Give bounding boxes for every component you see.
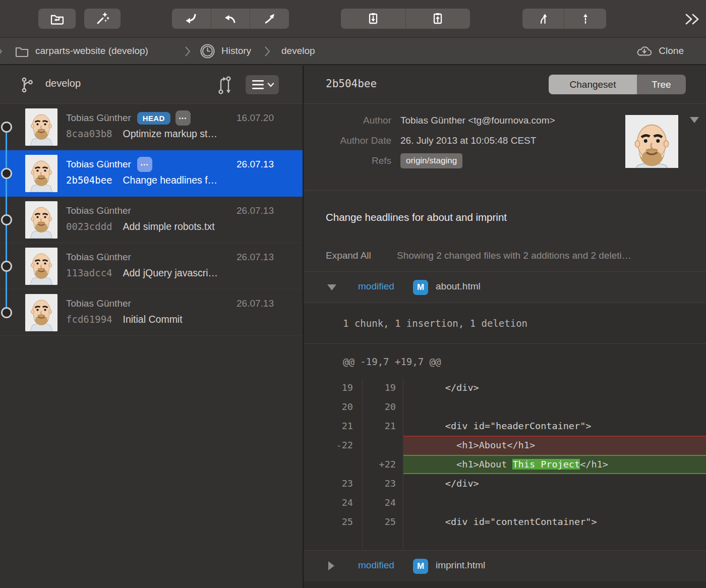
avatar bbox=[25, 108, 57, 146]
commit-author: Tobias Günther bbox=[66, 298, 131, 309]
stash-apply-button[interactable] bbox=[406, 9, 470, 29]
file-name: imprint.html bbox=[436, 560, 485, 571]
tower-git-window: carparts-website (develop) History devel… bbox=[0, 0, 706, 588]
history-sidebar: develop bbox=[0, 66, 303, 588]
refs-badge[interactable]: origin/staging bbox=[400, 153, 462, 168]
author-date-label: Author Date bbox=[304, 135, 391, 146]
view-toggle: Changeset Tree bbox=[549, 75, 686, 94]
old-line-number: 23 bbox=[304, 474, 363, 493]
commit-date: 26.07.13 bbox=[237, 205, 274, 216]
expand-triangle-icon[interactable] bbox=[328, 561, 334, 570]
commit-node-icon bbox=[1, 168, 12, 179]
commit-list: Tobias Günther HEAD… 16.07.20 8caa03b8 O… bbox=[0, 104, 303, 588]
old-line-number: 19 bbox=[304, 378, 363, 397]
diff-line[interactable] bbox=[304, 532, 706, 550]
merge-button[interactable] bbox=[522, 9, 564, 29]
cloud-download-icon bbox=[636, 45, 653, 57]
diff-line[interactable]: 21 21 <div id="headerContainer"> bbox=[304, 417, 706, 436]
diff-line[interactable]: 19 19 </div> bbox=[304, 378, 706, 397]
quick-actions-button[interactable] bbox=[84, 9, 121, 29]
commit-row[interactable]: Tobias Günther HEAD… 16.07.20 8caa03b8 O… bbox=[0, 104, 303, 150]
arrow-hook-down-left-icon bbox=[185, 13, 198, 25]
view-options-button[interactable] bbox=[246, 75, 279, 94]
commit-subject: Change headlines f… bbox=[123, 174, 218, 186]
clone-button[interactable]: Clone bbox=[636, 38, 684, 64]
breadcrumb-branch-label: develop bbox=[281, 45, 315, 56]
breadcrumb-repo[interactable]: carparts-website (develop) bbox=[15, 38, 148, 64]
avatar-dropdown-icon[interactable] bbox=[690, 117, 699, 123]
magic-wand-icon bbox=[95, 12, 109, 26]
toolbar-overflow-button[interactable] bbox=[682, 12, 702, 26]
code-text: <h1>About</h1> bbox=[403, 436, 706, 455]
stash-save-button[interactable] bbox=[341, 9, 406, 29]
avatar bbox=[25, 294, 57, 331]
commit-node-icon bbox=[1, 307, 12, 318]
breadcrumb-branch[interactable]: develop bbox=[281, 38, 315, 64]
redo-button[interactable] bbox=[250, 9, 289, 29]
list-options-icon bbox=[246, 75, 279, 94]
bottom-strip bbox=[304, 581, 706, 588]
code-text: <div id="contentContainer"> bbox=[403, 512, 706, 532]
rebase-dashed-arrow-icon bbox=[579, 12, 592, 25]
modified-badge: M bbox=[413, 280, 428, 295]
commit-row-line2: 113adcc4 Add jQuery javascri… bbox=[66, 267, 218, 279]
commit-hash: 2b504bee bbox=[326, 78, 377, 90]
commit-row-line2: 2b504bee Change headlines f… bbox=[66, 174, 217, 186]
file-row-about[interactable]: modified M about.html bbox=[304, 272, 706, 303]
author-row: Author Tobias Günther <tg@fournova.com> bbox=[304, 115, 555, 126]
commit-node-icon bbox=[1, 122, 12, 133]
folder-panel-icon bbox=[50, 13, 64, 25]
rebase-button[interactable] bbox=[564, 9, 606, 29]
code-text bbox=[403, 397, 706, 417]
file-row-imprint[interactable]: modified M imprint.html bbox=[304, 551, 706, 582]
stash-apply-icon bbox=[431, 12, 444, 25]
collapse-triangle-icon[interactable] bbox=[327, 284, 336, 290]
compare-icon[interactable] bbox=[215, 75, 234, 95]
new-line-number: 24 bbox=[363, 493, 403, 512]
chunk-stats-row: 1 chunk, 1 insertion, 1 deletion bbox=[304, 303, 706, 344]
commit-badges: HEAD… bbox=[137, 110, 191, 126]
commit-subject: Add simple robots.txt bbox=[123, 221, 215, 232]
file-status: modified bbox=[358, 560, 394, 571]
tab-tree[interactable]: Tree bbox=[637, 75, 686, 94]
commit-row[interactable]: Tobias Günther 26.07.13 fcd61994 Initial… bbox=[0, 289, 303, 336]
more-refs-badge[interactable]: … bbox=[175, 110, 191, 126]
commit-hash: 2b504bee bbox=[66, 174, 112, 186]
new-line-number: +22 bbox=[363, 455, 403, 474]
commit-hash: 8caa03b8 bbox=[66, 128, 112, 139]
open-repo-button[interactable] bbox=[38, 9, 76, 29]
undo-button[interactable] bbox=[211, 9, 251, 29]
commit-row[interactable]: Tobias Günther … 26.07.13 2b504bee Chang… bbox=[0, 150, 303, 197]
diff-line[interactable]: +22 <h1>About This Project</h1> bbox=[304, 455, 706, 474]
stash-group bbox=[341, 9, 470, 29]
commit-row[interactable]: Tobias Günther 26.07.13 0023cddd Add sim… bbox=[0, 197, 303, 243]
commit-author: Tobias Günther bbox=[66, 159, 131, 170]
detail-header: 2b504bee Changeset Tree bbox=[304, 66, 706, 104]
commit-node-icon bbox=[1, 261, 12, 272]
diff-table: 19 19 </div> 20 20 21 21 <div id="header… bbox=[304, 378, 706, 551]
expand-all-link[interactable]: Expand All bbox=[326, 250, 371, 261]
old-line-number: 25 bbox=[304, 512, 363, 532]
diff-line[interactable]: 24 24 bbox=[304, 493, 706, 512]
breadcrumb-repo-label: carparts-website (develop) bbox=[35, 45, 148, 56]
history-nav-group bbox=[172, 9, 289, 29]
code-text bbox=[403, 532, 706, 550]
commit-row-line1: Tobias Günther bbox=[66, 296, 137, 311]
old-line-number: 24 bbox=[304, 493, 363, 512]
checkout-button[interactable] bbox=[172, 9, 211, 29]
commit-hash: 113adcc4 bbox=[66, 267, 112, 278]
diff-line[interactable]: 23 23 </div> bbox=[304, 474, 706, 493]
commit-author: Tobias Günther bbox=[66, 112, 131, 124]
old-line-number bbox=[304, 532, 363, 550]
commit-subject: Optimize markup st… bbox=[123, 128, 217, 140]
sidebar-header: develop bbox=[0, 66, 303, 104]
diff-line[interactable]: 20 20 bbox=[304, 397, 706, 417]
breadcrumb-history[interactable]: History bbox=[200, 38, 251, 64]
more-refs-badge[interactable]: … bbox=[137, 157, 152, 172]
diff-line[interactable]: -22 <h1>About</h1> bbox=[304, 436, 706, 455]
commit-author: Tobias Günther bbox=[66, 205, 131, 216]
tab-changeset[interactable]: Changeset bbox=[549, 75, 637, 94]
commit-row[interactable]: Tobias Günther 26.07.13 113adcc4 Add jQu… bbox=[0, 243, 303, 289]
file-name: about.html bbox=[436, 281, 481, 292]
diff-line[interactable]: 25 25 <div id="contentContainer"> bbox=[304, 512, 706, 532]
